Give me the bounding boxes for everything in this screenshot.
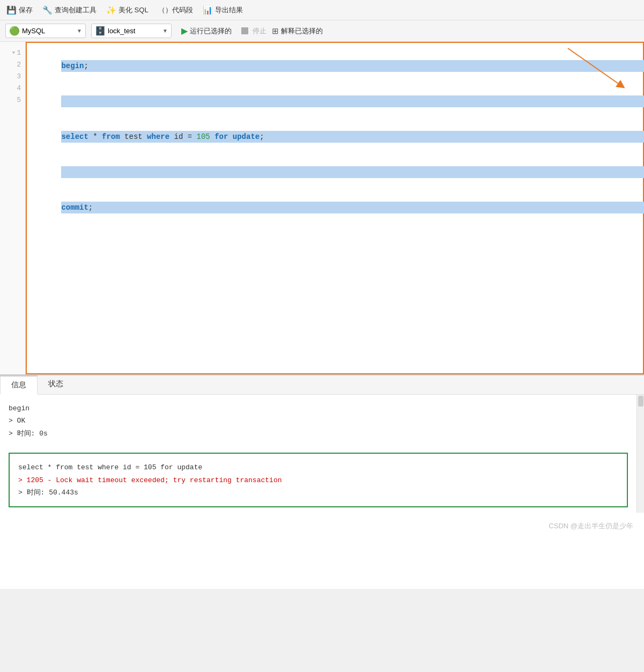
save-icon: 💾 xyxy=(6,5,17,15)
tab-info[interactable]: 信息 xyxy=(0,375,38,395)
beautify-icon: ✨ xyxy=(106,5,116,15)
code-line-1-text: begin; xyxy=(61,60,644,72)
output-content: begin > OK > 时间: 0s select * from test w… xyxy=(0,395,636,513)
beautify-label: 美化 SQL xyxy=(119,5,149,15)
bottom-panel: 信息 状态 begin > OK > 时间: 0s select * from … xyxy=(0,374,644,589)
scrollbar-track[interactable] xyxy=(636,395,644,513)
code-line-4-text xyxy=(61,166,644,178)
output-scroll-area: begin > OK > 时间: 0s select * from test w… xyxy=(0,395,644,513)
output-line-2: > OK xyxy=(9,415,628,427)
stop-label: 停止 xyxy=(253,26,267,36)
toolbar: 💾 保存 🔧 查询创建工具 ✨ 美化 SQL （）代码段 📊 导出结果 xyxy=(0,0,644,20)
explain-button[interactable]: ⊞ 解释已选择的 xyxy=(272,26,323,36)
code-line-4 xyxy=(34,154,635,190)
code-line-3-text: select * from test where id = 105 for up… xyxy=(61,131,644,143)
export-button[interactable]: 📊 导出结果 xyxy=(203,5,243,15)
error-box: select * from test where id = 105 for up… xyxy=(9,453,628,507)
code-line-3: select * from test where id = 105 for up… xyxy=(34,119,635,154)
code-editor[interactable]: begin; select * from test where id = 105… xyxy=(26,42,644,374)
line-num-2: 2 xyxy=(0,59,25,71)
db-type-label: MySQL xyxy=(22,27,45,35)
code-line-2-text xyxy=(61,95,644,107)
error-line-1: select * from test where id = 105 for up… xyxy=(18,461,618,474)
db-name-select[interactable]: 🗄️ lock_test ▼ xyxy=(91,24,172,38)
line-num-3: 3 xyxy=(0,71,25,83)
mysql-icon: 🟢 xyxy=(9,26,20,36)
run-selected-button[interactable]: ▶ 运行已选择的 xyxy=(177,24,236,38)
query-tool-icon: 🔧 xyxy=(42,5,53,15)
database-icon: 🗄️ xyxy=(95,26,106,36)
query-tool-button[interactable]: 🔧 查询创建工具 xyxy=(42,5,97,15)
db-name-label: lock_test xyxy=(108,27,135,35)
stop-icon xyxy=(241,27,248,34)
line-num-5: 5 xyxy=(0,94,25,106)
tab-status[interactable]: 状态 xyxy=(38,375,74,394)
error-line-2: > 1205 - Lock wait timeout exceeded; try… xyxy=(18,474,618,486)
beautify-button[interactable]: ✨ 美化 SQL xyxy=(106,5,149,15)
explain-label: 解释已选择的 xyxy=(281,26,323,36)
db-bar: 🟢 MySQL ▼ 🗄️ lock_test ▼ ▶ 运行已选择的 停止 ⊞ 解… xyxy=(0,20,644,42)
explain-icon: ⊞ xyxy=(272,26,279,36)
query-tool-label: 查询创建工具 xyxy=(55,5,97,15)
output-line-1: begin xyxy=(9,402,628,415)
save-label: 保存 xyxy=(19,5,33,15)
code-line-5: commit; xyxy=(34,190,635,225)
main-editor-area: ▼ 1 2 3 4 5 xyxy=(0,42,644,374)
watermark: CSDN @走出半生仍是少年 xyxy=(0,513,644,535)
output-line-3: > 时间: 0s xyxy=(9,427,628,440)
code-snippet-label: （）代码段 xyxy=(158,5,193,15)
error-line-3: > 时间: 50.443s xyxy=(18,486,618,499)
chevron-down-icon: ▼ xyxy=(77,28,82,34)
run-selected-label: 运行已选择的 xyxy=(190,26,232,36)
export-label: 导出结果 xyxy=(215,5,243,15)
export-icon: 📊 xyxy=(203,5,213,15)
code-line-1: begin; xyxy=(34,48,635,84)
save-button[interactable]: 💾 保存 xyxy=(6,5,33,15)
play-icon: ▶ xyxy=(181,26,188,36)
stop-button[interactable]: 停止 xyxy=(241,26,267,36)
code-line-2 xyxy=(34,84,635,119)
code-snippet-button[interactable]: （）代码段 xyxy=(158,5,193,15)
db-type-select[interactable]: 🟢 MySQL ▼ xyxy=(5,24,86,38)
line-num-4: 4 xyxy=(0,83,25,94)
output-normal: begin > OK > 时间: 0s xyxy=(0,395,636,447)
line-number-gutter: ▼ 1 2 3 4 5 xyxy=(0,42,26,374)
line-num-1: ▼ 1 xyxy=(0,47,25,59)
chevron-down-icon-2: ▼ xyxy=(162,28,168,34)
bottom-tabs: 信息 状态 xyxy=(0,375,644,395)
code-line-5-text: commit; xyxy=(61,202,644,213)
scrollbar-thumb[interactable] xyxy=(638,396,643,407)
fold-icon-1: ▼ xyxy=(12,47,15,59)
